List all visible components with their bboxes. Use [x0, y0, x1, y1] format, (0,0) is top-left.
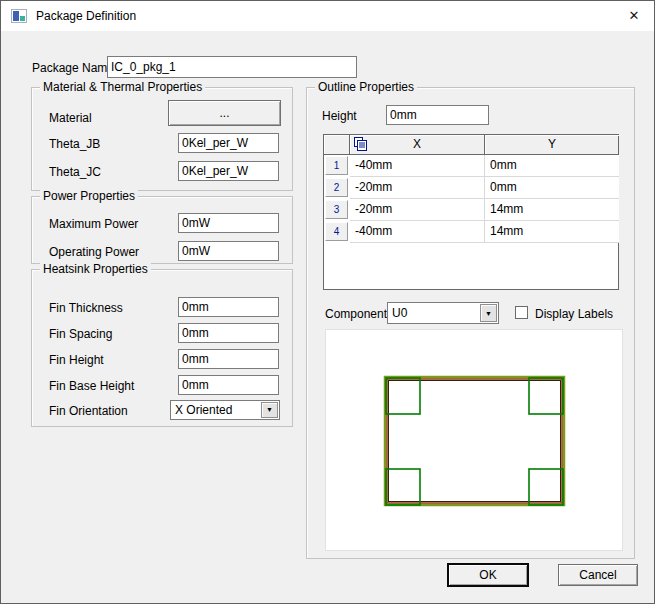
fin-spacing-label: Fin Spacing [49, 327, 112, 341]
table-row: 4 -40mm 14mm [324, 221, 618, 243]
column-header-x-label: X [413, 137, 421, 151]
outline-coordinates-table: X Y 1 -40mm 0mm 2 -20mm 0mm 3 -20mm 14mm [323, 134, 619, 290]
cell-y[interactable]: 14mm [485, 221, 619, 243]
material-label: Material [49, 111, 92, 125]
cell-x[interactable]: -40mm [350, 221, 485, 243]
heatsink-group-title: Heatsink Properties [40, 262, 151, 276]
ok-button[interactable]: OK [448, 564, 528, 586]
package-name-label: Package Name [32, 61, 114, 75]
operating-power-label: Operating Power [49, 245, 139, 259]
maximum-power-label: Maximum Power [49, 217, 138, 231]
cell-x[interactable]: -40mm [350, 155, 485, 177]
table-row: 2 -20mm 0mm [324, 177, 618, 199]
component-label: Component [325, 307, 387, 321]
maximum-power-input[interactable] [178, 213, 279, 233]
app-icon [11, 8, 27, 24]
cell-x[interactable]: -20mm [350, 177, 485, 199]
table-header: X Y [324, 135, 618, 155]
window-title: Package Definition [36, 1, 136, 31]
power-group: Power Properties Maximum Power Operating… [31, 196, 293, 264]
fin-thickness-label: Fin Thickness [49, 301, 123, 315]
column-header-y-label: Y [548, 137, 556, 151]
heatsink-group: Heatsink Properties Fin Thickness Fin Sp… [31, 269, 293, 427]
cell-y[interactable]: 0mm [485, 177, 619, 199]
theta-jb-label: Theta_JB [49, 137, 100, 151]
copy-icon[interactable] [353, 137, 368, 157]
fin-spacing-input[interactable] [178, 323, 279, 343]
fin-orientation-value: X Oriented [175, 402, 232, 419]
chevron-down-icon[interactable]: ▼ [261, 402, 278, 418]
fin-orientation-label: Fin Orientation [49, 404, 128, 418]
row-header-corner [324, 135, 350, 154]
title-bar: Package Definition ✕ [1, 1, 654, 31]
row-number[interactable]: 3 [325, 200, 348, 219]
operating-power-input[interactable] [178, 241, 279, 261]
theta-jc-label: Theta_JC [49, 165, 101, 179]
component-dropdown[interactable]: U0 ▼ [387, 302, 499, 324]
fin-height-label: Fin Height [49, 353, 104, 367]
material-thermal-group-title: Material & Thermal Properties [40, 80, 205, 94]
outline-group: Outline Properties Height [306, 87, 635, 559]
row-number[interactable]: 4 [325, 222, 348, 241]
display-labels-checkbox[interactable] [515, 306, 528, 319]
cell-y[interactable]: 14mm [485, 199, 619, 221]
fin-thickness-input[interactable] [178, 297, 279, 317]
outline-group-title: Outline Properties [315, 80, 417, 94]
power-group-title: Power Properties [40, 189, 138, 203]
display-labels-label: Display Labels [535, 307, 613, 321]
material-browse-button[interactable]: ... [168, 100, 281, 126]
row-number[interactable]: 1 [325, 156, 348, 175]
package-name-input[interactable] [107, 56, 357, 78]
fin-orientation-dropdown[interactable]: X Oriented ▼ [170, 400, 280, 420]
row-number[interactable]: 2 [325, 178, 348, 197]
package-outline-drawing [326, 330, 622, 550]
material-thermal-group: Material & Thermal Properties Material .… [31, 87, 293, 191]
fin-base-height-input[interactable] [178, 375, 279, 395]
close-icon[interactable]: ✕ [614, 1, 654, 31]
height-label: Height [322, 109, 357, 123]
column-header-x[interactable]: X [350, 135, 485, 154]
fin-height-input[interactable] [178, 349, 279, 369]
column-header-y[interactable]: Y [485, 135, 619, 154]
theta-jb-input[interactable] [178, 133, 279, 153]
cell-y[interactable]: 0mm [485, 155, 619, 177]
cell-x[interactable]: -20mm [350, 199, 485, 221]
package-outline-preview[interactable] [325, 329, 623, 551]
chevron-down-icon[interactable]: ▼ [480, 304, 497, 322]
component-value: U0 [392, 304, 407, 323]
package-definition-dialog: Package Definition ✕ Package Name Materi… [0, 0, 655, 604]
fin-base-height-label: Fin Base Height [49, 379, 134, 393]
table-row: 1 -40mm 0mm [324, 155, 618, 177]
height-input[interactable] [386, 105, 489, 125]
theta-jc-input[interactable] [178, 161, 279, 181]
cancel-button[interactable]: Cancel [558, 564, 638, 586]
table-row: 3 -20mm 14mm [324, 199, 618, 221]
